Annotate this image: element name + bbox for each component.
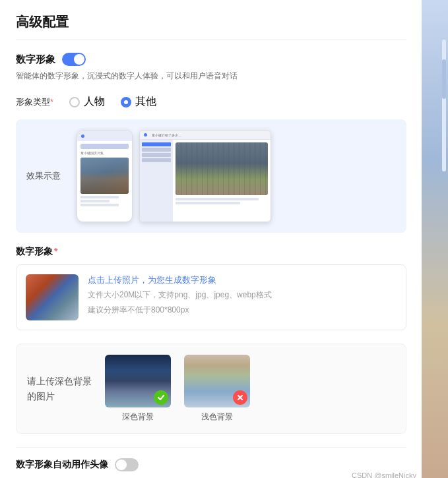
- upload-section: 数字形象* 点击上传照片，为您生成数字形象 文件大小20M以下，支持png、jp…: [16, 246, 406, 330]
- bg-section-label: 请上传深色背景的图片: [27, 374, 92, 403]
- phone-title-bar: [80, 144, 129, 149]
- bg-image-item-dark: 深色背景: [105, 355, 171, 423]
- digital-avatar-toggle[interactable]: [62, 53, 86, 66]
- page-title: 高级配置: [16, 13, 406, 40]
- main-container: 高级配置 数字形象 智能体的数字形象，沉浸式的数字人体验，可以和用户语音对话 形…: [0, 0, 448, 478]
- phone-text-line-1: [80, 196, 119, 198]
- bg-image-wrap-light[interactable]: [184, 355, 250, 407]
- desktop-sidebar: [140, 140, 173, 222]
- upload-hint-line2: 建议分辨率不低于800*800px: [88, 304, 272, 316]
- desktop-sidebar-item-4: [142, 158, 171, 162]
- radio-circle-person[interactable]: [69, 97, 80, 107]
- upload-hint-line1: 文件大小20M以下，支持png、jpg、jpeg、webp格式: [88, 289, 272, 301]
- scrollbar-thumb: [442, 59, 446, 99]
- desktop-roof-detail: [176, 142, 268, 195]
- phone-subtitle: 童小健国庆片集: [80, 151, 129, 156]
- desktop-top-bar: 童小健介绍了多少…: [140, 131, 271, 140]
- phone-text-line-2: [80, 200, 110, 202]
- desktop-dot: [144, 133, 147, 136]
- desktop-image-area: [176, 142, 268, 195]
- phone-image-detail: [80, 158, 129, 194]
- desktop-top-text: 童小健介绍了多少…: [152, 133, 181, 137]
- desktop-main: [173, 140, 271, 222]
- bg-image-label-light: 浅色背景: [201, 411, 233, 423]
- effect-demo-label: 效果示意: [26, 170, 66, 182]
- auto-avatar-label: 数字形象自动用作头像: [16, 459, 108, 471]
- phone-content: 童小健国庆片集: [77, 141, 132, 209]
- footer-watermark: CSDN @smileNicky: [352, 471, 416, 478]
- desktop-mockup: 童小健介绍了多少…: [139, 130, 271, 222]
- content-area: 高级配置 数字形象 智能体的数字形象，沉浸式的数字人体验，可以和用户语音对话 形…: [0, 0, 422, 478]
- digital-avatar-title: 数字形象: [16, 53, 55, 66]
- desktop-text-line-2: [176, 202, 240, 204]
- phone-text-line-3: [80, 204, 119, 206]
- phone-text-lines: [80, 196, 129, 206]
- desktop-sidebar-item-1: [142, 142, 171, 146]
- radio-label-other: 其他: [135, 95, 156, 109]
- phone-mockup: 童小健国庆片集: [77, 130, 133, 222]
- phone-top-bar: [77, 131, 132, 141]
- avatar-type-group: 形象类型* 人物 其他: [16, 95, 406, 109]
- upload-hint: 点击上传照片，为您生成数字形象 文件大小20M以下，支持png、jpg、jpeg…: [88, 274, 272, 316]
- right-sidebar: [422, 0, 448, 478]
- auto-avatar-section: 数字形象自动用作头像: [16, 447, 406, 471]
- upload-hint-main[interactable]: 点击上传照片，为您生成数字形象: [88, 274, 272, 286]
- scrollbar-area[interactable]: [442, 40, 446, 171]
- desktop-text-area: [176, 198, 268, 204]
- radio-label-person: 人物: [84, 95, 105, 109]
- phone-image-area: [80, 158, 129, 194]
- bg-images: 深色背景 浅色背景: [105, 355, 250, 423]
- radio-circle-other[interactable]: [121, 97, 131, 107]
- upload-label: 数字形象*: [16, 246, 406, 258]
- x-svg: [236, 394, 244, 402]
- desktop-text-line-1: [176, 198, 259, 200]
- section-header: 数字形象: [16, 53, 406, 66]
- phone-dot-1: [81, 134, 84, 138]
- preview-images: 童小健国庆片集 童小健介绍了: [77, 130, 271, 222]
- avatar-type-label: 形象类型*: [16, 96, 53, 108]
- radio-item-person[interactable]: 人物: [69, 95, 105, 109]
- bg-image-item-light: 浅色背景: [184, 355, 250, 423]
- upload-thumbnail: [26, 274, 79, 320]
- upload-area[interactable]: 点击上传照片，为您生成数字形象 文件大小20M以下，支持png、jpg、jpeg…: [16, 264, 406, 330]
- thumbnail-image: [26, 274, 79, 320]
- bg-check-icon: [154, 390, 168, 405]
- bg-x-icon: [233, 390, 247, 405]
- radio-item-other[interactable]: 其他: [121, 95, 156, 109]
- bg-image-label-dark: 深色背景: [122, 411, 154, 423]
- auto-avatar-toggle[interactable]: [115, 458, 139, 471]
- bg-image-wrap-dark[interactable]: [105, 355, 171, 407]
- effect-demo-box: 效果示意 童小健国庆片集: [16, 119, 406, 233]
- digital-avatar-section: 数字形象 智能体的数字形象，沉浸式的数字人体验，可以和用户语音对话: [16, 53, 406, 82]
- digital-avatar-desc: 智能体的数字形象，沉浸式的数字人体验，可以和用户语音对话: [16, 70, 406, 82]
- desktop-sidebar-item-2: [142, 148, 171, 152]
- check-svg: [157, 394, 165, 402]
- desktop-sidebar-item-3: [142, 153, 171, 157]
- desktop-content: [140, 140, 271, 222]
- bg-section: 请上传深色背景的图片 深色背景: [16, 344, 406, 434]
